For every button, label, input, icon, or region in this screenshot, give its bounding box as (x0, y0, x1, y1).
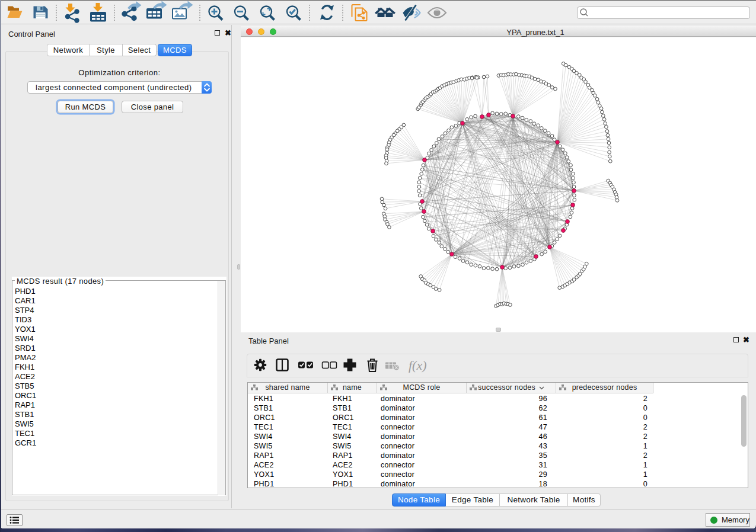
svg-text:f(x): f(x) (409, 358, 427, 373)
